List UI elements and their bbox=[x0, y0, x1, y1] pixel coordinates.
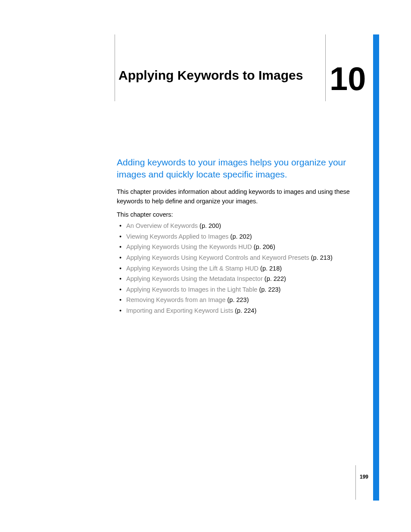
covers-label: This chapter covers: bbox=[117, 211, 173, 218]
toc-page: (p. 213) bbox=[311, 254, 333, 261]
toc-link[interactable]: Applying Keywords Using the Lift & Stamp… bbox=[126, 265, 258, 272]
toc-page: (p. 206) bbox=[254, 243, 275, 250]
toc-item: Removing Keywords from an Image (p. 223) bbox=[118, 295, 358, 305]
toc-link[interactable]: Viewing Keywords Applied to Images bbox=[126, 233, 229, 240]
page-container: Applying Keywords to Images 10 Adding ke… bbox=[0, 0, 411, 532]
toc-item: Applying Keywords to Images in the Light… bbox=[118, 284, 358, 295]
toc-list: An Overview of Keywords (p. 200) Viewing… bbox=[118, 221, 358, 316]
toc-link[interactable]: Applying Keywords Using the Keywords HUD bbox=[126, 243, 252, 250]
toc-link[interactable]: Applying Keywords Using the Metadata Ins… bbox=[126, 275, 263, 282]
toc-item: Applying Keywords Using the Keywords HUD… bbox=[118, 242, 358, 252]
toc-item: Applying Keywords Using the Lift & Stamp… bbox=[118, 263, 358, 274]
chapter-tab bbox=[373, 34, 379, 501]
intro-paragraph: This chapter provides information about … bbox=[117, 187, 358, 206]
chapter-number: 10 bbox=[330, 62, 366, 95]
toc-link[interactable]: An Overview of Keywords bbox=[126, 222, 198, 229]
toc-page: (p. 218) bbox=[260, 265, 282, 272]
toc-page: (p. 222) bbox=[265, 275, 286, 282]
toc-item: Applying Keywords Using Keyword Controls… bbox=[118, 252, 358, 263]
title-divider-right bbox=[325, 34, 326, 101]
toc-page: (p. 202) bbox=[230, 233, 252, 240]
page-number: 199 bbox=[360, 474, 368, 480]
title-divider-left bbox=[115, 34, 115, 101]
toc-link[interactable]: Applying Keywords to Images in the Light… bbox=[126, 286, 257, 293]
toc-item: Importing and Exporting Keyword Lists (p… bbox=[118, 305, 358, 316]
toc-item: Applying Keywords Using the Metadata Ins… bbox=[118, 274, 358, 284]
toc-link[interactable]: Removing Keywords from an Image bbox=[126, 296, 226, 303]
toc-item: An Overview of Keywords (p. 200) bbox=[118, 221, 358, 231]
toc-page: (p. 223) bbox=[227, 296, 249, 303]
toc-link[interactable]: Applying Keywords Using Keyword Controls… bbox=[126, 254, 309, 261]
toc-page: (p. 200) bbox=[199, 222, 221, 229]
toc-link[interactable]: Importing and Exporting Keyword Lists bbox=[126, 307, 233, 314]
toc-page: (p. 224) bbox=[235, 307, 256, 314]
chapter-title: Applying Keywords to Images bbox=[118, 68, 303, 83]
section-heading: Adding keywords to your images helps you… bbox=[117, 156, 358, 181]
footer-divider bbox=[355, 465, 356, 500]
toc-item: Viewing Keywords Applied to Images (p. 2… bbox=[118, 231, 358, 242]
toc-page: (p. 223) bbox=[259, 286, 280, 293]
